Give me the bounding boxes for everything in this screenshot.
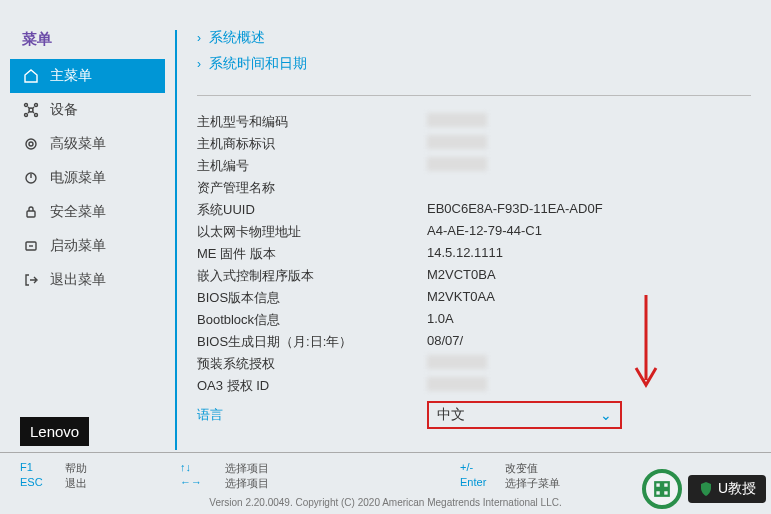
gear-icon (22, 135, 40, 153)
info-row: 系统UUIDEB0C6E8A-F93D-11EA-AD0F (197, 199, 751, 221)
sidebar-item-boot[interactable]: 启动菜单 (10, 229, 165, 263)
footer-label: 改变值 (505, 461, 538, 476)
info-value (427, 135, 487, 149)
boot-icon (22, 237, 40, 255)
vertical-divider (175, 30, 177, 450)
info-label: 主机商标标识 (197, 135, 427, 153)
chevron-right-icon: › (197, 31, 201, 45)
svg-point-5 (26, 139, 36, 149)
info-label: Bootblock信息 (197, 311, 427, 329)
sidebar-item-exit[interactable]: 退出菜单 (10, 263, 165, 297)
info-row: BIOS版本信息M2VKT0AA (197, 287, 751, 309)
info-label: 预装系统授权 (197, 355, 427, 373)
footer-key: F1 (20, 461, 65, 476)
info-value: A4-AE-12-79-44-C1 (427, 223, 542, 241)
info-label: ME 固件 版本 (197, 245, 427, 263)
chevron-right-icon: › (197, 57, 201, 71)
info-row: 主机型号和编码 (197, 111, 751, 133)
info-row: 以太网卡物理地址A4-AE-12-79-44-C1 (197, 221, 751, 243)
language-row: 语言 中文 ⌄ (197, 401, 751, 429)
lenovo-logo: Lenovo (20, 417, 89, 446)
nav-system-datetime[interactable]: › 系统时间和日期 (197, 51, 751, 77)
svg-rect-11 (663, 482, 669, 488)
info-value (427, 157, 487, 171)
svg-point-6 (29, 142, 33, 146)
info-row: 嵌入式控制程序版本M2VCT0BA (197, 265, 751, 287)
svg-point-4 (35, 114, 38, 117)
info-row: 预装系统授权 (197, 353, 751, 375)
info-label: 主机型号和编码 (197, 113, 427, 131)
info-table: 主机型号和编码 主机商标标识 主机编号 资产管理名称 系统UUIDEB0C6E8… (197, 111, 751, 397)
sidebar-item-device[interactable]: 设备 (10, 93, 165, 127)
sidebar-item-advanced[interactable]: 高级菜单 (10, 127, 165, 161)
footer-key: +/- (460, 461, 505, 476)
info-row: 主机编号 (197, 155, 751, 177)
watermark-circle-icon (642, 469, 682, 509)
sidebar: 菜单 主菜单 设备 高级菜单 电源菜单 (10, 20, 165, 460)
info-value: M2VKT0AA (427, 289, 495, 307)
footer-label: 退出 (65, 476, 87, 491)
info-row: 资产管理名称 (197, 177, 751, 199)
info-row: Bootblock信息1.0A (197, 309, 751, 331)
nav-label: 系统概述 (209, 29, 265, 47)
exit-icon (22, 271, 40, 289)
sidebar-label: 启动菜单 (50, 237, 106, 255)
info-label: OA3 授权 ID (197, 377, 427, 395)
power-icon (22, 169, 40, 187)
info-value: M2VCT0BA (427, 267, 496, 285)
language-value: 中文 (437, 406, 465, 424)
sidebar-label: 退出菜单 (50, 271, 106, 289)
svg-rect-10 (655, 482, 661, 488)
sidebar-label: 设备 (50, 101, 78, 119)
svg-rect-8 (27, 211, 35, 217)
section-divider (197, 95, 751, 96)
watermark: U教授 (642, 469, 766, 509)
info-value: 14.5.12.1111 (427, 245, 503, 263)
footer-label: 帮助 (65, 461, 87, 476)
sidebar-label: 主菜单 (50, 67, 92, 85)
info-value: 08/07/ (427, 333, 463, 351)
home-icon (22, 67, 40, 85)
language-select[interactable]: 中文 ⌄ (427, 401, 622, 429)
sidebar-label: 电源菜单 (50, 169, 106, 187)
footer-key: ←→ (180, 476, 225, 491)
sidebar-item-security[interactable]: 安全菜单 (10, 195, 165, 229)
device-icon (22, 101, 40, 119)
content-panel: › 系统概述 › 系统时间和日期 主机型号和编码 主机商标标识 主机编号 资产管… (192, 20, 761, 460)
sidebar-item-power[interactable]: 电源菜单 (10, 161, 165, 195)
info-row: BIOS生成日期（月:日:年）08/07/ (197, 331, 751, 353)
svg-point-1 (25, 104, 28, 107)
info-label: 以太网卡物理地址 (197, 223, 427, 241)
footer-key: Enter (460, 476, 505, 491)
footer-key: ESC (20, 476, 65, 491)
info-value: EB0C6E8A-F93D-11EA-AD0F (427, 201, 603, 219)
watermark-label: U教授 (688, 475, 766, 503)
info-row: ME 固件 版本14.5.12.1111 (197, 243, 751, 265)
info-value (427, 355, 487, 369)
svg-rect-13 (663, 490, 669, 496)
info-row: OA3 授权 ID (197, 375, 751, 397)
info-label: 嵌入式控制程序版本 (197, 267, 427, 285)
info-value (427, 113, 487, 127)
svg-point-3 (25, 114, 28, 117)
language-label: 语言 (197, 406, 427, 424)
lock-icon (22, 203, 40, 221)
info-label: 资产管理名称 (197, 179, 427, 197)
footer-label: 选择项目 (225, 461, 269, 476)
sidebar-title: 菜单 (10, 20, 165, 59)
info-label: BIOS生成日期（月:日:年） (197, 333, 427, 351)
info-row: 主机商标标识 (197, 133, 751, 155)
svg-rect-12 (655, 490, 661, 496)
sidebar-label: 高级菜单 (50, 135, 106, 153)
info-label: 系统UUID (197, 201, 427, 219)
nav-system-overview[interactable]: › 系统概述 (197, 25, 751, 51)
info-value: 1.0A (427, 311, 454, 329)
footer-label: 选择子菜单 (505, 476, 560, 491)
sidebar-item-main[interactable]: 主菜单 (10, 59, 165, 93)
footer-label: 选择项目 (225, 476, 269, 491)
chevron-down-icon: ⌄ (600, 407, 612, 423)
info-label: BIOS版本信息 (197, 289, 427, 307)
info-value (427, 377, 487, 391)
shield-icon (698, 481, 714, 497)
footer-key: ↑↓ (180, 461, 225, 476)
